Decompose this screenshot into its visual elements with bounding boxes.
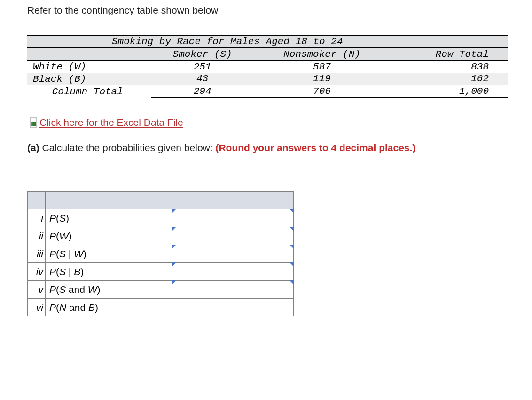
excel-data-file-link[interactable]: Click here for the Excel Data File xyxy=(39,117,183,128)
row-black-smoker: 43 xyxy=(151,73,257,85)
row-num-iv: iv xyxy=(36,266,43,277)
row-num-i: i xyxy=(41,213,43,223)
row-white-smoker: 251 xyxy=(151,61,257,73)
column-total-smoker: 294 xyxy=(151,85,257,98)
header-blank xyxy=(27,48,151,61)
grand-total: 1,000 xyxy=(391,85,508,98)
row-white-label: White (W) xyxy=(27,61,151,73)
row-black-nonsmoker: 119 xyxy=(257,73,391,85)
column-total-nonsmoker: 706 xyxy=(257,85,391,98)
prob-label-psandw: P(S and W) xyxy=(46,281,172,299)
answer-input-v[interactable] xyxy=(172,281,293,298)
row-black-label: Black (B) xyxy=(27,73,151,85)
row-num-v: v xyxy=(39,284,44,295)
part-a-label: (a) xyxy=(27,142,39,153)
prob-label-psw: P(S | W) xyxy=(46,245,172,263)
row-num-vi: vi xyxy=(36,302,43,313)
question-intro: Refer to the contingency table shown bel… xyxy=(27,5,511,16)
answer-header-blank2 xyxy=(46,192,172,209)
header-smoker: Smoker (S) xyxy=(151,48,257,61)
row-white-nonsmoker: 587 xyxy=(257,61,391,73)
row-num-ii: ii xyxy=(39,231,43,241)
answer-table: i P(S) ii P(W) iii P(S | W) iv P(S | B) xyxy=(27,191,294,316)
row-white-total: 838 xyxy=(391,61,508,73)
answer-input-iv[interactable] xyxy=(172,263,293,280)
answer-input-vi[interactable] xyxy=(172,299,293,316)
part-a-instruction: (a) Calculate the probabilities given be… xyxy=(27,142,511,154)
row-num-iii: iii xyxy=(37,248,43,259)
prob-label-ps: P(S) xyxy=(46,209,172,227)
prob-label-pw: P(W) xyxy=(46,227,172,245)
part-a-rounding-note: (Round your answers to 4 decimal places.… xyxy=(215,142,415,153)
prob-label-psb: P(S | B) xyxy=(46,263,172,281)
contingency-title: Smoking by Race for Males Aged 18 to 24 xyxy=(27,35,508,48)
answer-header-blank3 xyxy=(172,192,294,209)
excel-file-icon xyxy=(29,117,39,128)
answer-header-blank1 xyxy=(28,192,46,209)
row-black-total: 162 xyxy=(391,73,508,85)
svg-rect-3 xyxy=(31,122,32,126)
answer-input-iii[interactable] xyxy=(172,245,293,262)
header-nonsmoker: Nonsmoker (N) xyxy=(257,48,391,61)
header-rowtotal: Row Total xyxy=(391,48,508,61)
column-total-label: Column Total xyxy=(27,85,151,98)
answer-input-i[interactable] xyxy=(172,209,293,227)
answer-input-ii[interactable] xyxy=(172,227,293,245)
prob-label-pnandb: P(N and B) xyxy=(46,299,172,316)
part-a-text: Calculate the probabilities given below: xyxy=(39,142,216,153)
contingency-table: Smoking by Race for Males Aged 18 to 24 … xyxy=(27,35,508,99)
